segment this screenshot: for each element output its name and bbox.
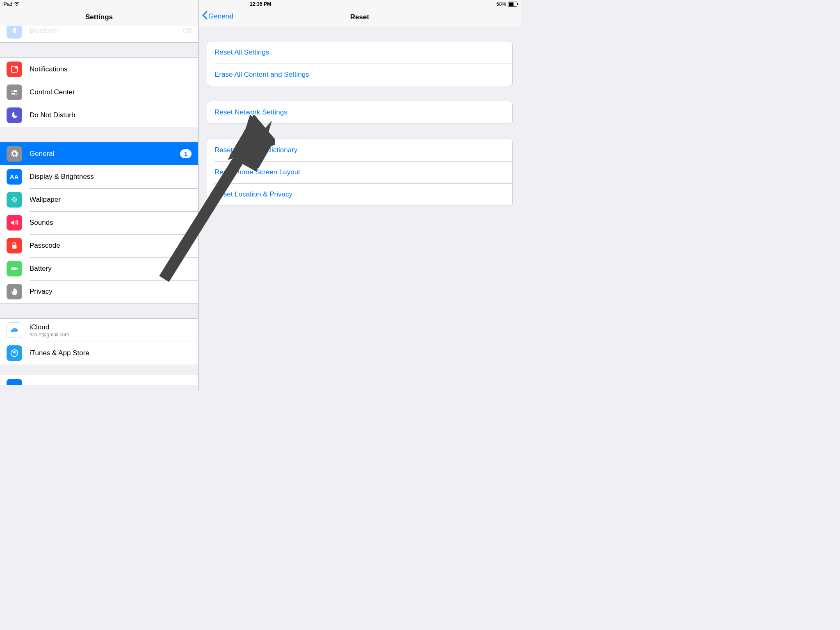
- device-label: iPad: [2, 1, 12, 7]
- badge: 1: [180, 149, 192, 158]
- svg-point-11: [14, 197, 15, 198]
- clock: 12:35 PM: [250, 1, 271, 7]
- row-label: Reset Location & Privacy: [215, 190, 292, 199]
- sidebar-item-label: Bluetooth: [30, 27, 59, 35]
- sidebar-item-itunes-app-store[interactable]: iTunes & App Store: [0, 342, 198, 365]
- hand-icon: [7, 284, 22, 299]
- notifications-icon: [7, 62, 22, 77]
- battery-icon: [7, 261, 22, 276]
- sidebar-item-label: Sounds: [30, 219, 53, 227]
- detail-title: Reset: [350, 13, 369, 21]
- row-label: Reset All Settings: [215, 48, 269, 57]
- speaker-icon: [7, 215, 22, 231]
- chevron-left-icon: [202, 11, 208, 22]
- sidebar-item-label: Do Not Disturb: [30, 111, 75, 119]
- cloud-icon: [7, 322, 22, 338]
- sidebar-item-label: Display & Brightness: [30, 173, 94, 181]
- svg-point-9: [12, 198, 17, 202]
- row-label: Reset Home Screen Layout: [215, 168, 300, 176]
- generic-icon: [7, 379, 22, 385]
- reset-all-settings[interactable]: Reset All Settings: [207, 41, 512, 64]
- sidebar-item-label: Notifications: [30, 65, 68, 73]
- svg-point-8: [15, 93, 17, 94]
- sidebar-item-notifications[interactable]: Notifications: [0, 58, 198, 81]
- sidebar-item-next[interactable]: [0, 375, 198, 385]
- svg-point-12: [14, 202, 15, 203]
- svg-rect-17: [17, 268, 18, 269]
- svg-point-4: [15, 66, 18, 69]
- sidebar-item-display-brightness[interactable]: AA Display & Brightness: [0, 165, 198, 188]
- moon-icon: [7, 107, 22, 123]
- back-button[interactable]: General: [202, 11, 233, 22]
- status-bar: iPad 12:35 PM 58%: [0, 0, 521, 8]
- sidebar-item-label: Passcode: [30, 242, 60, 250]
- svg-point-13: [12, 199, 13, 200]
- erase-all-content[interactable]: Erase All Content and Settings: [207, 64, 512, 86]
- lock-icon: [7, 238, 22, 253]
- row-label: Reset Network Settings: [215, 108, 288, 116]
- control-center-icon: [7, 84, 22, 100]
- svg-point-14: [16, 199, 17, 200]
- sidebar-item-passcode[interactable]: Passcode: [0, 234, 198, 257]
- sidebar-title: Settings: [85, 13, 113, 21]
- appstore-icon: [7, 345, 22, 361]
- svg-rect-15: [12, 245, 17, 249]
- row-label: Reset Keyboard Dictionary: [215, 146, 297, 154]
- svg-point-10: [13, 199, 16, 201]
- reset-keyboard-dictionary[interactable]: Reset Keyboard Dictionary: [207, 139, 512, 161]
- sidebar-item-bluetooth[interactable]: Bluetooth Off: [0, 26, 198, 42]
- text-size-icon: AA: [7, 169, 22, 185]
- sidebar-item-label: Battery: [30, 265, 52, 273]
- sidebar-item-wallpaper[interactable]: Wallpaper: [0, 188, 198, 211]
- sidebar-item-sublabel: fskurt@gmail.com: [30, 332, 69, 338]
- settings-sidebar: Wi-Fi superhero Bluetooth Off: [0, 0, 199, 390]
- wifi-icon: [14, 2, 20, 6]
- reset-home-screen-layout[interactable]: Reset Home Screen Layout: [207, 161, 512, 183]
- wallpaper-icon: [7, 192, 22, 208]
- reset-network-settings[interactable]: Reset Network Settings: [207, 101, 512, 123]
- sidebar-item-icloud[interactable]: iCloud fskurt@gmail.com: [0, 319, 198, 342]
- svg-rect-2: [517, 3, 518, 5]
- sidebar-item-control-center[interactable]: Control Center: [0, 81, 198, 104]
- sidebar-item-general[interactable]: General 1: [0, 142, 198, 165]
- gear-icon: [7, 146, 22, 162]
- sidebar-item-label: iCloud: [30, 323, 69, 331]
- sidebar-item-battery[interactable]: Battery: [0, 257, 198, 280]
- sidebar-item-value: Off: [183, 27, 192, 35]
- svg-rect-1: [509, 2, 514, 6]
- detail-pane: General Reset Reset All Settings Erase A…: [199, 0, 521, 390]
- row-label: Erase All Content and Settings: [215, 71, 309, 79]
- sidebar-item-label: General: [30, 150, 54, 158]
- svg-rect-16: [11, 267, 17, 270]
- battery-icon: [508, 2, 518, 7]
- sidebar-item-label: Wallpaper: [30, 196, 61, 204]
- battery-percent: 58%: [496, 1, 506, 7]
- sidebar-item-sounds[interactable]: Sounds: [0, 211, 198, 234]
- bluetooth-icon: [7, 26, 22, 39]
- back-label: General: [208, 12, 233, 21]
- sidebar-item-label: iTunes & App Store: [30, 349, 89, 357]
- sidebar-item-do-not-disturb[interactable]: Do Not Disturb: [0, 104, 198, 127]
- sidebar-item-label: Control Center: [30, 88, 75, 96]
- sidebar-item-label: Privacy: [30, 288, 52, 296]
- svg-point-6: [12, 90, 14, 92]
- sidebar-item-privacy[interactable]: Privacy: [0, 280, 198, 303]
- reset-location-privacy[interactable]: Reset Location & Privacy: [207, 183, 512, 205]
